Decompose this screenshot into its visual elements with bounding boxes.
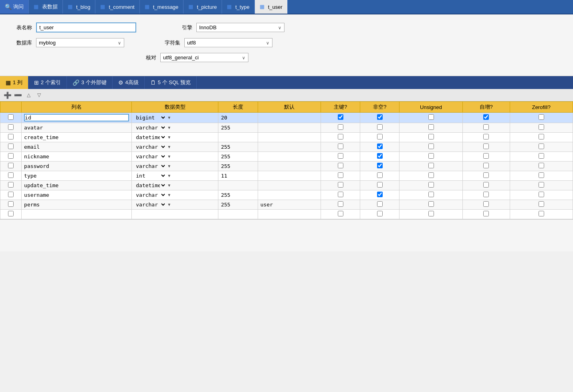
column-unsigned-checkbox[interactable] xyxy=(428,124,434,130)
column-autoinc-checkbox[interactable] xyxy=(483,124,489,130)
row-select-checkbox[interactable] xyxy=(8,192,14,197)
column-autoinc-checkbox[interactable] xyxy=(483,201,489,207)
row-select-checkbox[interactable] xyxy=(8,124,14,130)
column-notnull-checkbox[interactable] xyxy=(377,124,383,130)
table-name-input[interactable] xyxy=(36,22,136,32)
column-type-select[interactable]: datetime xyxy=(134,134,166,141)
column-notnull-checkbox[interactable] xyxy=(377,143,383,149)
column-length-input[interactable] xyxy=(221,125,255,131)
column-zerofill-checkbox[interactable] xyxy=(539,143,544,149)
column-zerofill-checkbox[interactable] xyxy=(539,114,544,120)
column-zerofill-checkbox[interactable] xyxy=(539,192,544,197)
tab-t_picture[interactable]: ▦ t_picture xyxy=(184,0,222,14)
charset-select[interactable]: utf8 utf8mb4 latin1 xyxy=(184,38,272,47)
tab-t_comment[interactable]: ▦ t_comment xyxy=(95,0,139,14)
column-type-select[interactable]: varchar xyxy=(134,192,166,198)
column-zerofill-checkbox[interactable] xyxy=(539,153,544,159)
column-pk-checkbox[interactable] xyxy=(338,134,343,139)
column-zerofill-checkbox[interactable] xyxy=(539,124,544,130)
type-dropdown-arrow[interactable]: ▼ xyxy=(167,193,171,197)
tab-query[interactable]: 🔍 询问 xyxy=(0,0,29,14)
column-type-select[interactable]: varchar xyxy=(134,153,166,160)
row-select-checkbox[interactable] xyxy=(8,153,14,159)
column-notnull-checkbox[interactable] xyxy=(377,134,383,139)
type-dropdown-arrow[interactable]: ▼ xyxy=(167,164,171,168)
column-pk-checkbox[interactable] xyxy=(338,201,343,207)
column-pk-checkbox[interactable] xyxy=(338,153,343,159)
column-pk-checkbox[interactable] xyxy=(338,143,343,149)
tab-t_message[interactable]: ▦ t_message xyxy=(140,0,184,14)
column-notnull-checkbox[interactable] xyxy=(377,211,383,216)
column-length-input[interactable] xyxy=(221,154,255,160)
column-length-input[interactable] xyxy=(221,115,255,121)
column-length-input[interactable] xyxy=(221,192,255,198)
column-pk-checkbox[interactable] xyxy=(338,211,343,216)
column-name-input[interactable] xyxy=(24,125,129,131)
type-dropdown-arrow[interactable]: ▼ xyxy=(167,174,171,178)
column-name-input[interactable] xyxy=(24,173,129,179)
column-pk-checkbox[interactable] xyxy=(338,114,343,120)
column-name-input[interactable] xyxy=(24,114,129,121)
column-name-input[interactable] xyxy=(24,182,129,188)
column-type-select[interactable]: bigint xyxy=(134,114,166,121)
move-down-button[interactable]: ▽ xyxy=(34,91,43,99)
column-zerofill-checkbox[interactable] xyxy=(539,163,544,168)
type-dropdown-arrow[interactable]: ▼ xyxy=(167,125,171,130)
column-unsigned-checkbox[interactable] xyxy=(428,201,434,207)
type-dropdown-arrow[interactable]: ▼ xyxy=(167,145,171,149)
row-select-checkbox[interactable] xyxy=(8,172,14,178)
column-unsigned-checkbox[interactable] xyxy=(428,134,434,139)
column-length-input[interactable] xyxy=(221,163,255,169)
type-dropdown-arrow[interactable]: ▼ xyxy=(167,154,171,159)
row-select-checkbox[interactable] xyxy=(8,182,14,188)
column-name-input[interactable] xyxy=(24,163,129,169)
column-zerofill-checkbox[interactable] xyxy=(539,201,544,207)
column-type-select[interactable]: varchar xyxy=(134,201,166,208)
column-type-select[interactable]: varchar xyxy=(134,124,166,131)
column-name-input[interactable] xyxy=(24,154,129,160)
column-name-input[interactable] xyxy=(24,134,129,140)
column-type-select[interactable]: datetime xyxy=(134,182,166,189)
column-autoinc-checkbox[interactable] xyxy=(483,143,489,149)
column-unsigned-checkbox[interactable] xyxy=(428,192,434,197)
move-up-button[interactable]: △ xyxy=(24,91,33,99)
row-select-checkbox[interactable] xyxy=(8,114,14,120)
column-autoinc-checkbox[interactable] xyxy=(483,163,489,168)
column-name-input[interactable] xyxy=(24,192,129,198)
column-zerofill-checkbox[interactable] xyxy=(539,134,544,139)
column-notnull-checkbox[interactable] xyxy=(377,163,383,168)
column-name-input[interactable] xyxy=(24,202,129,208)
type-dropdown-arrow[interactable]: ▼ xyxy=(167,202,171,207)
column-unsigned-checkbox[interactable] xyxy=(428,211,434,216)
column-default-input[interactable] xyxy=(260,202,318,208)
type-dropdown-arrow[interactable]: ▼ xyxy=(167,135,171,139)
column-unsigned-checkbox[interactable] xyxy=(428,114,434,120)
column-type-select[interactable]: varchar xyxy=(134,163,166,170)
column-length-input[interactable] xyxy=(221,144,255,150)
column-pk-checkbox[interactable] xyxy=(338,192,343,197)
section-tab-advanced[interactable]: ⚙ 4高级 xyxy=(113,76,145,89)
column-autoinc-checkbox[interactable] xyxy=(483,114,489,120)
column-unsigned-checkbox[interactable] xyxy=(428,182,434,188)
column-notnull-checkbox[interactable] xyxy=(377,172,383,178)
column-notnull-checkbox[interactable] xyxy=(377,182,383,188)
column-length-input[interactable] xyxy=(221,173,255,179)
column-unsigned-checkbox[interactable] xyxy=(428,163,434,168)
column-type-select[interactable]: int xyxy=(134,172,166,179)
row-select-checkbox[interactable] xyxy=(8,134,14,139)
column-length-input[interactable] xyxy=(221,202,255,208)
engine-select[interactable]: InnoDB MyISAM MEMORY xyxy=(196,23,284,32)
row-select-checkbox[interactable] xyxy=(8,201,14,207)
column-autoinc-checkbox[interactable] xyxy=(483,211,489,216)
type-dropdown-arrow[interactable]: ▼ xyxy=(167,183,171,188)
column-autoinc-checkbox[interactable] xyxy=(483,153,489,159)
column-unsigned-checkbox[interactable] xyxy=(428,153,434,159)
tab-tabledata[interactable]: ▦ 表数据 xyxy=(29,0,63,14)
section-tab-sql[interactable]: 🗒 5 个 SQL 预览 xyxy=(145,76,197,89)
column-autoinc-checkbox[interactable] xyxy=(483,182,489,188)
section-tab-foreignkeys[interactable]: 🔗 3 个外部键 xyxy=(67,76,113,89)
column-notnull-checkbox[interactable] xyxy=(377,192,383,197)
section-tab-indexes[interactable]: ⊞ 2 个索引 xyxy=(28,76,67,89)
tab-t_blog[interactable]: ▦ t_blog xyxy=(63,0,95,14)
column-unsigned-checkbox[interactable] xyxy=(428,143,434,149)
